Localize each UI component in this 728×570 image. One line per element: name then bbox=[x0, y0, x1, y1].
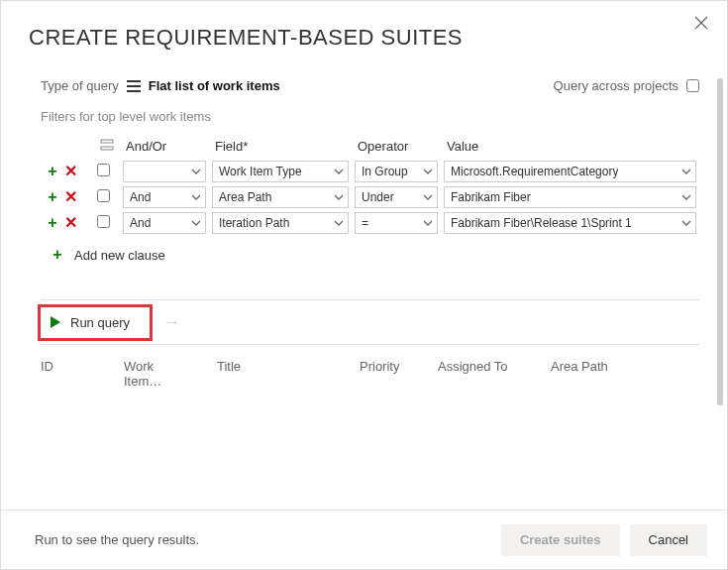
value-dropdown[interactable]: Fabrikam Fiber\Release 1\Sprint 1 bbox=[444, 212, 696, 234]
type-of-query-label: Type of query bbox=[41, 78, 119, 93]
filter-row: +✕AndArea PathUnderFabrikam Fiber bbox=[41, 184, 699, 210]
run-query-button[interactable]: Run query bbox=[38, 304, 153, 341]
header-value: Value bbox=[441, 134, 699, 159]
remove-row-icon[interactable]: ✕ bbox=[61, 163, 79, 180]
field-dropdown[interactable]: Area Path bbox=[212, 186, 349, 208]
andor-dropdown[interactable] bbox=[123, 161, 206, 182]
svg-rect-2 bbox=[127, 80, 141, 82]
col-assigned: Assigned To bbox=[438, 359, 527, 389]
value-dropdown[interactable]: Microsoft.RequirementCategory bbox=[444, 161, 696, 182]
andor-dropdown[interactable]: And bbox=[123, 186, 206, 208]
filter-row: +✕Work Item TypeIn GroupMicrosoft.Requir… bbox=[41, 159, 699, 184]
field-dropdown[interactable]: Work Item Type bbox=[212, 161, 349, 182]
filters-caption: Filters for top level work items bbox=[41, 103, 699, 134]
row-checkbox[interactable] bbox=[97, 164, 110, 176]
remove-row-icon[interactable]: ✕ bbox=[61, 188, 79, 206]
play-icon bbox=[51, 316, 60, 328]
add-clause-label: Add new clause bbox=[74, 248, 165, 263]
group-icon bbox=[100, 138, 114, 152]
run-query-label: Run query bbox=[70, 315, 130, 330]
value-dropdown[interactable]: Fabrikam Fiber bbox=[444, 186, 696, 208]
filters-table: And/Or Field* Operator Value +✕Work Item… bbox=[41, 134, 699, 236]
field-dropdown[interactable]: Iteration Path bbox=[212, 212, 349, 234]
filter-row: +✕AndIteration Path=Fabrikam Fiber\Relea… bbox=[41, 210, 699, 236]
add-row-icon[interactable]: + bbox=[44, 163, 61, 180]
andor-dropdown[interactable]: And bbox=[123, 212, 206, 234]
type-of-query-value: Flat list of work items bbox=[149, 78, 280, 93]
row-checkbox[interactable] bbox=[97, 215, 110, 228]
query-type-row: Type of query Flat list of work items Qu… bbox=[41, 70, 699, 103]
query-across-label: Query across projects bbox=[554, 78, 678, 93]
dialog-footer: Run to see the query results. Create sui… bbox=[1, 510, 727, 569]
results-header: ID Work Item… Title Priority Assigned To… bbox=[41, 345, 699, 389]
header-field: Field* bbox=[209, 134, 352, 159]
col-id: ID bbox=[41, 359, 100, 389]
svg-rect-6 bbox=[101, 147, 113, 150]
svg-rect-4 bbox=[127, 90, 141, 92]
cancel-button[interactable]: Cancel bbox=[630, 524, 707, 556]
plus-icon: + bbox=[49, 246, 66, 264]
create-suites-button[interactable]: Create suites bbox=[501, 524, 620, 556]
query-across-checkbox[interactable] bbox=[686, 79, 699, 92]
col-areapath: Area Path bbox=[551, 359, 640, 389]
row-checkbox[interactable] bbox=[97, 189, 110, 202]
header-andor: And/Or bbox=[120, 134, 209, 159]
next-icon: → bbox=[164, 313, 180, 331]
add-row-icon[interactable]: + bbox=[44, 188, 61, 206]
flat-list-icon bbox=[127, 80, 141, 92]
operator-dropdown[interactable]: Under bbox=[355, 186, 438, 208]
dialog-title: CREATE REQUIREMENT-BASED SUITES bbox=[1, 1, 727, 70]
svg-rect-3 bbox=[127, 85, 141, 87]
close-button[interactable] bbox=[693, 15, 709, 31]
header-operator: Operator bbox=[352, 134, 441, 159]
operator-dropdown[interactable]: = bbox=[355, 212, 438, 234]
svg-rect-5 bbox=[101, 140, 113, 143]
add-clause-button[interactable]: + Add new clause bbox=[41, 236, 699, 264]
add-row-icon[interactable]: + bbox=[44, 214, 61, 232]
col-priority: Priority bbox=[360, 359, 414, 389]
operator-dropdown[interactable]: In Group bbox=[355, 161, 438, 182]
footer-message: Run to see the query results. bbox=[35, 532, 199, 547]
scrollbar[interactable] bbox=[717, 78, 723, 405]
remove-row-icon[interactable]: ✕ bbox=[61, 214, 79, 232]
col-title: Title bbox=[217, 359, 336, 389]
run-toolbar: Run query → bbox=[41, 299, 699, 345]
col-workitem: Work Item… bbox=[124, 359, 193, 389]
